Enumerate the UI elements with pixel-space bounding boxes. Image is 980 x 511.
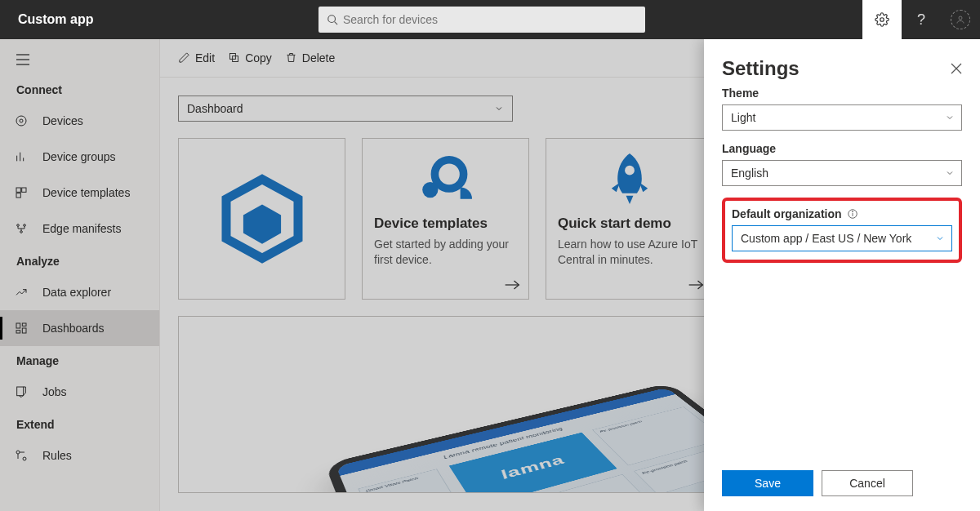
svg-point-0	[328, 16, 336, 23]
search-box[interactable]	[318, 7, 645, 33]
cancel-label: Cancel	[849, 477, 885, 490]
info-icon[interactable]	[847, 208, 858, 220]
header-right: ?	[862, 0, 980, 39]
svg-point-2	[880, 18, 884, 22]
svg-line-1	[335, 22, 338, 25]
search-wrap	[318, 7, 645, 33]
language-value: English	[731, 167, 768, 180]
panel-title: Settings	[722, 57, 800, 80]
panel-header: Settings	[722, 57, 962, 80]
theme-select[interactable]: Light	[722, 104, 962, 131]
search-icon	[327, 14, 338, 25]
avatar-icon	[951, 10, 970, 29]
language-label: Language	[722, 142, 962, 155]
settings-button[interactable]	[862, 0, 902, 39]
default-org-label: Default organization	[732, 207, 952, 220]
chevron-down-icon	[945, 168, 955, 178]
close-button[interactable]	[951, 63, 962, 74]
svg-point-3	[959, 16, 962, 20]
default-org-label-text: Default organization	[732, 207, 842, 220]
search-input[interactable]	[338, 13, 637, 26]
gear-icon	[875, 12, 889, 27]
chevron-down-icon	[935, 233, 945, 243]
theme-value: Light	[731, 111, 755, 124]
save-label: Save	[755, 477, 781, 490]
save-button[interactable]: Save	[722, 470, 813, 496]
language-select[interactable]: English	[722, 160, 962, 186]
question-icon: ?	[917, 11, 925, 29]
close-icon	[951, 63, 962, 74]
help-button[interactable]: ?	[902, 0, 941, 39]
account-button[interactable]	[941, 0, 980, 39]
settings-panel: Settings Theme Light Language English De…	[704, 39, 980, 511]
chevron-down-icon	[945, 113, 955, 122]
cancel-button[interactable]: Cancel	[822, 470, 913, 496]
svg-point-42	[852, 211, 853, 212]
theme-label: Theme	[722, 87, 962, 100]
default-org-highlight: Default organization Custom app / East U…	[722, 198, 962, 263]
default-org-select[interactable]: Custom app / East US / New York	[732, 225, 952, 251]
default-org-value: Custom app / East US / New York	[741, 232, 911, 245]
body-row: Connect Devices Device groups Device tem…	[0, 39, 980, 511]
panel-footer: Save Cancel	[704, 459, 980, 511]
app-title: Custom app	[0, 12, 155, 27]
app-header: Custom app ?	[0, 0, 980, 39]
